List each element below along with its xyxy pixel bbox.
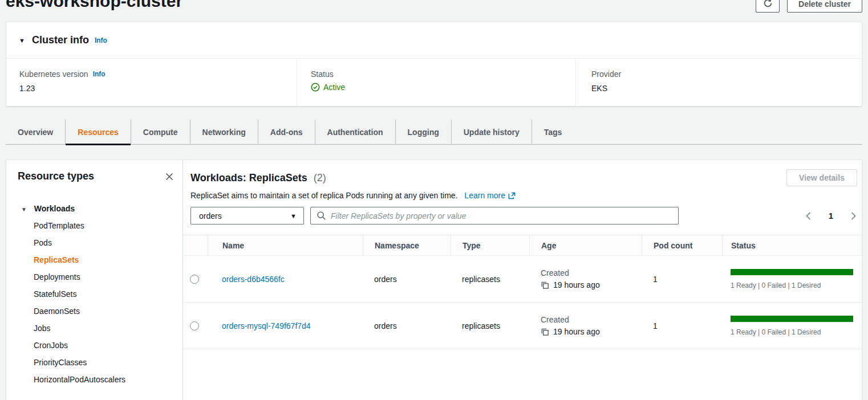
- page-title: eks-workshop-cluster: [6, 0, 182, 11]
- kubernetes-version-info-link[interactable]: Info: [93, 70, 106, 78]
- view-details-button[interactable]: View details: [786, 169, 857, 186]
- sidebar-item-statefulsets[interactable]: StatefulSets: [6, 285, 182, 303]
- pod-count-cell: 1: [642, 303, 722, 349]
- select-all-column: [184, 235, 208, 255]
- tab-logging[interactable]: Logging: [395, 120, 451, 144]
- sidebar-item-pods[interactable]: Pods: [6, 234, 182, 251]
- status-value: Active: [323, 83, 345, 92]
- replicasets-main: Workloads: ReplicaSets (2) View details …: [184, 160, 862, 400]
- sidebar-item-priorityclasses[interactable]: PriorityClasses: [6, 354, 182, 371]
- resources-panel: Resource types ▼ Workloads PodTemplates …: [6, 160, 862, 400]
- resource-types-title: Resource types: [18, 170, 94, 182]
- delete-cluster-button[interactable]: Delete cluster: [787, 0, 862, 13]
- status-cell: 1 Ready | 0 Failed | 1 Desired: [731, 269, 853, 289]
- sidebar-item-deployments[interactable]: Deployments: [6, 268, 182, 285]
- cluster-info-header: ▼ Cluster info Info: [6, 22, 862, 59]
- column-header-type[interactable]: Type: [451, 235, 529, 255]
- provider-label: Provider: [591, 70, 621, 79]
- tab-authentication[interactable]: Authentication: [315, 120, 395, 144]
- copy-icon[interactable]: [541, 328, 549, 336]
- namespace-cell: orders: [363, 303, 451, 349]
- resource-types-sidebar: Resource types ▼ Workloads PodTemplates …: [6, 160, 183, 400]
- namespace-cell: orders: [363, 256, 451, 302]
- copy-icon[interactable]: [541, 281, 549, 289]
- previous-page-icon[interactable]: [805, 211, 812, 221]
- refresh-button[interactable]: [756, 0, 780, 13]
- learn-more-link[interactable]: Learn more: [464, 191, 516, 200]
- sidebar-group-cluster[interactable]: ▶ Cluster: [6, 395, 182, 400]
- status-text: 1 Ready | 0 Failed | 1 Desired: [731, 281, 853, 289]
- age-cell: Created 19 hours ago: [541, 268, 600, 289]
- cluster-info-title: Cluster info: [32, 34, 89, 46]
- provider-field: Provider EKS: [575, 59, 862, 106]
- search-box: [310, 207, 679, 225]
- replicaset-name-link[interactable]: orders-d6b4566fc: [222, 275, 285, 284]
- age-value-text: 19 hours ago: [553, 327, 600, 336]
- sidebar-item-replicasets[interactable]: ReplicaSets: [6, 251, 182, 268]
- pod-count-cell: 1: [642, 256, 722, 302]
- column-header-status[interactable]: Status: [722, 235, 862, 255]
- search-input[interactable]: [331, 211, 672, 221]
- learn-more-label: Learn more: [464, 191, 505, 200]
- chevron-down-icon: ▼: [21, 206, 27, 213]
- column-header-namespace[interactable]: Namespace: [363, 235, 451, 255]
- age-created-label: Created: [541, 268, 600, 277]
- row-select-radio[interactable]: [190, 321, 199, 330]
- type-cell: replicasets: [451, 256, 529, 302]
- column-header-name[interactable]: Name: [208, 235, 363, 255]
- tab-update-history[interactable]: Update history: [451, 120, 532, 144]
- namespace-filter-select[interactable]: orders ▼: [190, 207, 304, 225]
- replicaset-name-link[interactable]: orders-mysql-749f67f7d4: [222, 321, 311, 330]
- tab-add-ons[interactable]: Add-ons: [258, 120, 315, 144]
- row-select-radio[interactable]: [190, 275, 199, 284]
- collapse-caret-icon[interactable]: ▼: [19, 37, 25, 44]
- age-cell: Created 19 hours ago: [541, 315, 600, 336]
- check-circle-icon: [311, 83, 320, 92]
- tab-resources[interactable]: Resources: [65, 120, 131, 144]
- tab-networking[interactable]: Networking: [190, 120, 258, 144]
- kubernetes-version-label: Kubernetes version: [19, 70, 88, 79]
- table-row: orders-mysql-749f67f7d4 orders replicase…: [184, 303, 862, 349]
- close-icon[interactable]: [164, 172, 175, 182]
- age-created-label: Created: [541, 315, 600, 324]
- namespace-filter-value: orders: [199, 211, 222, 221]
- resource-types-tree: ▼ Workloads PodTemplates Pods ReplicaSet…: [6, 200, 182, 400]
- tab-tags[interactable]: Tags: [532, 120, 574, 144]
- status-cell: 1 Ready | 0 Failed | 1 Desired: [731, 316, 853, 336]
- type-cell: replicasets: [451, 303, 529, 349]
- status-field: Status Active: [297, 59, 575, 106]
- page-number[interactable]: 1: [829, 211, 833, 221]
- cluster-info-info-link[interactable]: Info: [95, 36, 107, 44]
- kubernetes-version-field: Kubernetes version Info 1.23: [6, 59, 297, 106]
- replicasets-table: Name Namespace Type Age Pod count Status…: [184, 235, 862, 349]
- cluster-info-card: ▼ Cluster info Info Kubernetes version I…: [6, 22, 862, 107]
- sidebar-group-workloads[interactable]: ▼ Workloads: [6, 200, 182, 217]
- table-header-row: Name Namespace Type Age Pod count Status: [184, 235, 862, 256]
- next-page-icon[interactable]: [850, 211, 857, 221]
- sidebar-item-daemonsets[interactable]: DaemonSets: [6, 303, 182, 320]
- age-value-text: 19 hours ago: [553, 280, 600, 289]
- external-link-icon: [508, 192, 516, 199]
- cluster-tabs: Overview Resources Compute Networking Ad…: [6, 120, 862, 145]
- kubernetes-version-value: 1.23: [19, 84, 297, 93]
- status-label: Status: [311, 70, 334, 79]
- table-row: orders-d6b4566fc orders replicasets Crea…: [184, 256, 862, 303]
- sidebar-item-horizontalpodautoscalers[interactable]: HorizontalPodAutoscalers: [6, 371, 182, 388]
- tab-compute[interactable]: Compute: [131, 120, 190, 144]
- column-header-pod-count[interactable]: Pod count: [642, 235, 722, 255]
- description-text: ReplicaSet aims to maintain a set of rep…: [190, 191, 457, 200]
- column-header-age[interactable]: Age: [529, 235, 642, 255]
- workloads-group-label: Workloads: [34, 204, 75, 213]
- pagination: 1: [805, 207, 857, 225]
- sidebar-item-cronjobs[interactable]: CronJobs: [6, 337, 182, 354]
- main-count: (2): [314, 172, 326, 183]
- refresh-icon: [763, 0, 773, 10]
- status-bar: [731, 269, 853, 275]
- provider-value: EKS: [591, 84, 862, 93]
- sidebar-item-jobs[interactable]: Jobs: [6, 320, 182, 337]
- sidebar-item-podtemplates[interactable]: PodTemplates: [6, 217, 182, 234]
- main-title: Workloads: ReplicaSets: [190, 172, 307, 183]
- main-description: ReplicaSet aims to maintain a set of rep…: [190, 191, 516, 200]
- search-icon: [317, 211, 326, 221]
- tab-overview[interactable]: Overview: [6, 120, 65, 144]
